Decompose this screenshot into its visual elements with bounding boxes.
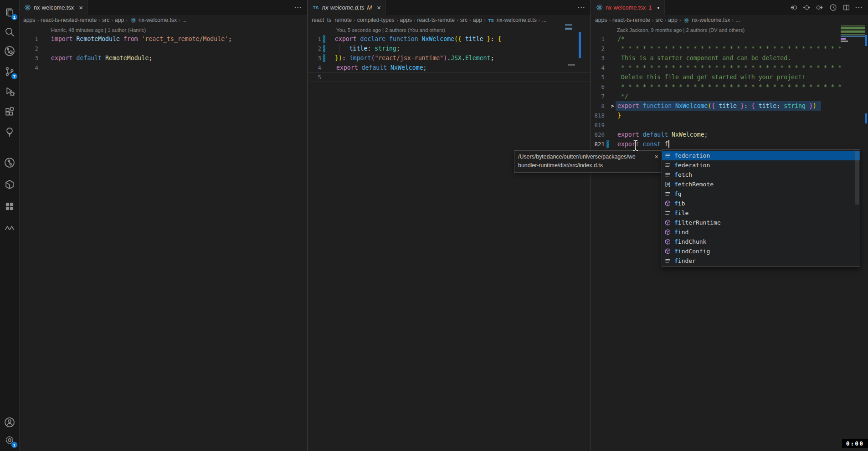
breadcrumb-item[interactable]: ... — [542, 17, 546, 23]
breadcrumb-item[interactable]: ... — [182, 17, 187, 23]
code-line[interactable]: 2 * * * * * * * * * * * * * * * * * * * … — [591, 44, 868, 53]
code-text[interactable]: export default NxWelcome; — [327, 63, 427, 72]
grid-extension-icon[interactable] — [0, 200, 19, 213]
code-text[interactable]: export default NxWelcome; — [616, 130, 708, 139]
breadcrumb-item[interactable]: react-ts-remote — [417, 17, 455, 23]
explorer-icon[interactable]: 1 — [0, 6, 19, 19]
code-line[interactable]: 3 This is a starter component and can be… — [591, 53, 868, 63]
code-line[interactable]: 4 — [19, 63, 307, 72]
code-line[interactable]: 1/* — [591, 34, 868, 44]
history-icon[interactable] — [829, 4, 837, 12]
code-line[interactable]: 5 Delete this file and get started with … — [591, 72, 868, 82]
more-actions-icon[interactable]: ··· — [855, 4, 863, 11]
breadcrumb-item[interactable]: src — [460, 17, 467, 23]
minimap-right[interactable] — [841, 26, 865, 35]
suggestion-item[interactable]: find — [662, 227, 860, 237]
tab-dirty-dot-icon[interactable]: ● — [657, 5, 659, 10]
code-line[interactable]: 821export const f — [591, 139, 868, 149]
breadcrumb-item[interactable]: react-ts-remote — [612, 17, 650, 23]
nav-back-icon[interactable] — [789, 4, 797, 12]
breadcrumb-item[interactable]: app — [668, 17, 677, 23]
fold-chevron-icon[interactable]: > — [609, 103, 616, 109]
code-line[interactable]: 2 title: string; — [308, 44, 591, 53]
editor-content[interactable]: Zack Jackson, 9 months ago | 2 authors (… — [591, 26, 868, 149]
suggestion-item[interactable]: federation — [662, 160, 860, 170]
code-text[interactable]: }): import("react/jsx-runtime").JSX.Elem… — [325, 53, 494, 63]
suggestion-item[interactable]: finder — [662, 256, 860, 266]
breadcrumb-item[interactable]: src — [655, 17, 663, 23]
suggestion-item[interactable]: findChunk — [662, 237, 860, 246]
code-line[interactable]: 2 — [19, 44, 307, 53]
code-text[interactable]: export const f — [616, 139, 669, 149]
code-text[interactable]: import RemoteModule from 'react_ts_remot… — [44, 34, 232, 44]
code-line[interactable]: 5 — [308, 72, 591, 82]
code-line[interactable]: 1export declare function NxWelcome({ tit… — [308, 34, 591, 44]
breadcrumb-item[interactable]: react_ts_remote — [312, 17, 352, 23]
breadcrumb-item[interactable]: react-ts-nested-remote — [41, 17, 97, 23]
code-line[interactable]: 3}): import("react/jsx-runtime").JSX.Ele… — [308, 53, 591, 63]
codelens[interactable]: Hanric, 48 minutes ago | 1 author (Hanri… — [51, 26, 307, 34]
waves-extension-icon[interactable] — [0, 221, 19, 234]
git-graph-icon[interactable] — [0, 45, 19, 57]
code-text[interactable]: export function NxWelcome({ title }: { t… — [616, 101, 821, 111]
code-text[interactable]: * * * * * * * * * * * * * * * * * * * * … — [616, 63, 842, 72]
code-line[interactable]: 819 — [591, 120, 868, 130]
breadcrumb-item[interactable]: compiled-types — [357, 17, 395, 23]
split-editor-icon[interactable] — [842, 4, 850, 12]
code-text[interactable]: title: string; — [325, 44, 400, 53]
breadcrumb-item[interactable]: apps — [23, 17, 35, 23]
breadcrumb-item[interactable]: TSnx-welcome.d.ts — [488, 16, 537, 24]
account-icon[interactable] — [0, 416, 19, 429]
tab-close-icon[interactable]: × — [377, 4, 381, 11]
suggestion-item[interactable]: fetchRemote — [662, 179, 860, 189]
breadcrumb-item[interactable]: apps — [595, 17, 607, 23]
code-line[interactable]: 818} — [591, 111, 868, 120]
run-debug-icon[interactable] — [0, 85, 19, 97]
suggestion-item[interactable]: fg — [662, 189, 860, 199]
code-text[interactable]: * * * * * * * * * * * * * * * * * * * * … — [616, 44, 842, 53]
minimap-slider-middle[interactable] — [568, 64, 575, 66]
editor-content[interactable]: You, 5 seconds ago | 2 authors (You and … — [308, 26, 591, 82]
suggestion-item[interactable]: file — [662, 208, 860, 218]
breadcrumb-item[interactable]: src — [102, 17, 109, 23]
commit-graph-extension-icon[interactable] — [0, 156, 19, 169]
nav-circle-icon[interactable] — [802, 4, 811, 12]
code-text[interactable]: * * * * * * * * * * * * * * * * * * * * … — [616, 82, 842, 92]
source-control-icon[interactable]: 7 — [0, 65, 19, 78]
search-icon[interactable] — [0, 26, 19, 38]
more-actions-icon[interactable]: ··· — [578, 4, 586, 11]
breadcrumb-item[interactable]: ... — [735, 17, 740, 23]
minimap-middle[interactable] — [565, 24, 572, 30]
tab-close-icon[interactable]: × — [79, 4, 83, 11]
code-text[interactable]: /* — [616, 34, 625, 44]
breadcrumb-item[interactable]: app — [473, 17, 482, 23]
code-line[interactable]: 3export default RemoteModule; — [19, 53, 307, 63]
code-line[interactable]: 6 * * * * * * * * * * * * * * * * * * * … — [591, 82, 868, 92]
tab-nx-welcome.d.ts[interactable]: TSnx-welcome.d.tsM× — [308, 0, 386, 15]
suggest-scrollbar[interactable] — [855, 151, 859, 205]
breadcrumb-item[interactable]: app — [115, 17, 124, 23]
more-actions-icon[interactable]: ··· — [294, 4, 302, 11]
details-close-icon[interactable]: × — [655, 153, 658, 161]
code-text[interactable]: export declare function NxWelcome({ titl… — [325, 34, 501, 44]
breadcrumb-item[interactable]: nx-welcome.tsx — [683, 16, 730, 24]
suggestion-item[interactable]: findConfig — [662, 246, 860, 256]
code-line[interactable]: 7 */ — [591, 92, 868, 101]
nav-forward-icon[interactable] — [816, 4, 824, 12]
code-text[interactable]: This is a starter component and can be d… — [616, 53, 791, 63]
tab-nx-welcome.tsx[interactable]: nx-welcome.tsx1● — [591, 0, 665, 15]
code-text[interactable]: Delete this file and get started with yo… — [616, 72, 806, 82]
code-text[interactable]: */ — [616, 92, 628, 101]
code-text[interactable]: export default RemoteModule; — [44, 53, 152, 63]
code-line[interactable]: 820export default NxWelcome; — [591, 130, 868, 139]
code-line[interactable]: 8>export function NxWelcome({ title }: {… — [591, 101, 868, 111]
tree-extension-icon[interactable] — [0, 126, 19, 138]
extensions-icon[interactable] — [0, 105, 19, 118]
editor-content[interactable]: Hanric, 48 minutes ago | 1 author (Hanri… — [19, 26, 307, 72]
code-line[interactable]: 1import RemoteModule from 'react_ts_remo… — [19, 34, 307, 44]
codelens[interactable]: You, 5 seconds ago | 2 authors (You and … — [336, 26, 591, 34]
code-line[interactable]: 4export default NxWelcome; — [308, 63, 591, 72]
suggestion-item[interactable]: federation — [662, 151, 860, 160]
settings-icon[interactable]: 1 — [0, 434, 19, 446]
tab-nx-welcome.tsx[interactable]: nx-welcome.tsx× — [19, 0, 88, 15]
